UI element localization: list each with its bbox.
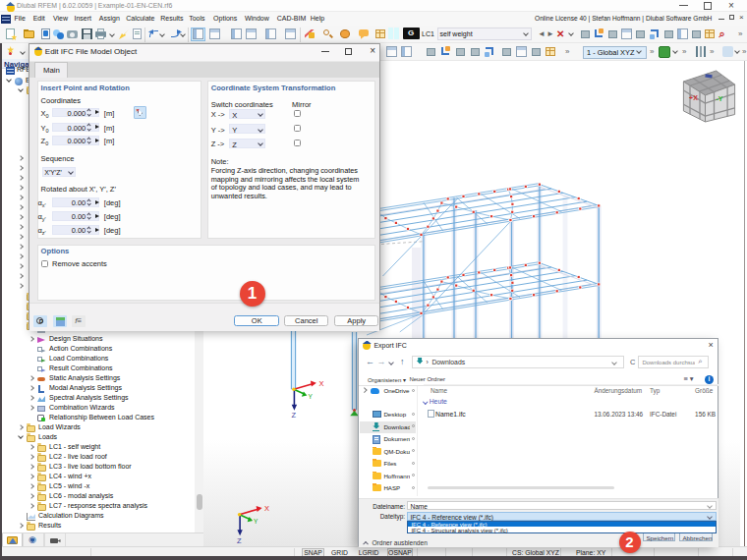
svg-text:Z: Z bbox=[237, 536, 242, 545]
svg-text:X: X bbox=[318, 379, 323, 388]
svg-text:Z: Z bbox=[291, 411, 296, 420]
svg-text:-Y: -Y bbox=[717, 95, 723, 102]
svg-text:X: X bbox=[264, 504, 269, 513]
svg-text:Y: Y bbox=[254, 518, 259, 525]
svg-text:+X: +X bbox=[689, 94, 698, 101]
svg-text:Y: Y bbox=[308, 393, 313, 400]
